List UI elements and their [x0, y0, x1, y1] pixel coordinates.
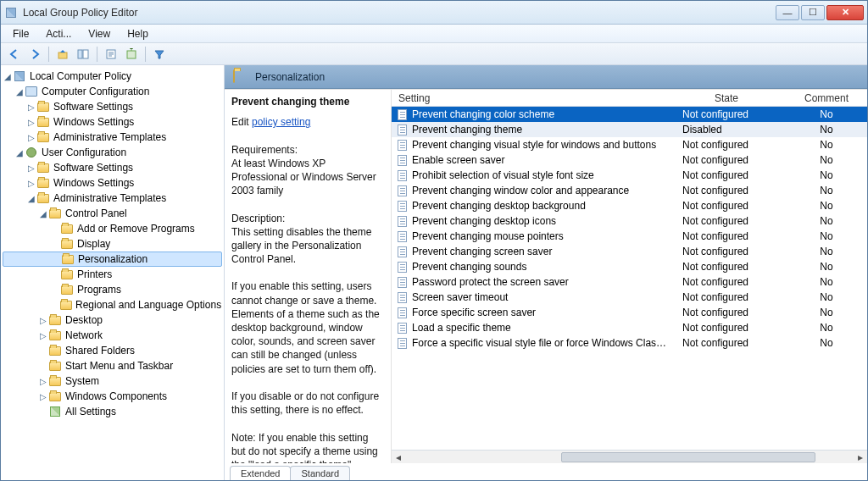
setting-row[interactable]: Prevent changing soundsNot configuredNo — [392, 259, 867, 274]
menu-action[interactable]: Acti... — [37, 26, 80, 41]
policy-item-icon — [395, 124, 409, 135]
setting-row[interactable]: Prevent changing mouse pointersNot confi… — [392, 229, 867, 244]
folder-icon — [48, 207, 62, 219]
setting-comment: No — [786, 200, 867, 212]
tree-label: Programs — [77, 284, 121, 296]
setting-row[interactable]: Force a specific visual style file or fo… — [392, 335, 867, 351]
tree-user-config[interactable]: ◢ User Configuration — [3, 145, 222, 160]
setting-state: Not configured — [667, 139, 786, 151]
tree-pane[interactable]: ◢ Local Computer Policy ◢ Computer Confi… — [1, 65, 225, 480]
column-state[interactable]: State — [667, 92, 786, 104]
setting-row[interactable]: Prohibit selection of visual style font … — [392, 168, 867, 183]
setting-row[interactable]: Force specific screen saverNot configure… — [392, 305, 867, 320]
edit-policy-link[interactable]: policy setting — [252, 116, 310, 128]
tree-personalization[interactable]: Personalization — [3, 252, 222, 267]
tree-all-settings[interactable]: All Settings — [3, 404, 222, 419]
caret-icon[interactable]: ▷ — [38, 392, 48, 401]
minimize-button[interactable]: — — [776, 5, 799, 20]
caret-icon[interactable]: ◢ — [14, 148, 25, 158]
setting-row[interactable]: Prevent changing color schemeNot configu… — [392, 107, 867, 122]
tree-item[interactable]: ▷Software Settings — [3, 99, 222, 114]
tree-admin-templates[interactable]: ◢Administrative Templates — [3, 191, 222, 206]
horizontal-scrollbar[interactable]: ◂ ▸ — [392, 450, 867, 463]
export-button[interactable] — [123, 46, 140, 63]
caret-icon[interactable]: ◢ — [3, 72, 13, 81]
caret-icon[interactable]: ▷ — [38, 377, 48, 386]
show-tree-button[interactable] — [75, 46, 92, 63]
setting-comment: No — [786, 261, 867, 273]
setting-row[interactable]: Enable screen saverNot configuredNo — [392, 152, 867, 168]
setting-row[interactable]: Password protect the screen saverNot con… — [392, 274, 867, 290]
body: ◢ Local Computer Policy ◢ Computer Confi… — [1, 65, 867, 480]
tree-item[interactable]: ▷Windows Settings — [3, 175, 222, 191]
tree-item[interactable]: Printers — [3, 267, 222, 282]
setting-state: Not configured — [667, 261, 786, 273]
caret-icon[interactable]: ▷ — [38, 316, 48, 325]
content-area: Prevent changing theme Edit policy setti… — [225, 89, 867, 463]
caret-icon[interactable]: ▷ — [26, 133, 36, 142]
menubar: File Acti... View Help — [1, 25, 867, 43]
column-setting[interactable]: Setting — [395, 92, 667, 104]
tree-item[interactable]: Display — [3, 236, 222, 252]
column-comment[interactable]: Comment — [786, 92, 867, 104]
menu-file[interactable]: File — [4, 26, 37, 41]
setting-comment: No — [786, 322, 867, 334]
up-button[interactable] — [54, 46, 71, 63]
folder-icon — [60, 284, 74, 296]
setting-row[interactable]: Prevent changing desktop backgroundNot c… — [392, 198, 867, 213]
tree-label: Control Panel — [65, 207, 127, 219]
close-button[interactable]: ✕ — [826, 5, 864, 20]
caret-icon[interactable]: ▷ — [26, 102, 36, 112]
caret-icon[interactable]: ◢ — [26, 194, 36, 203]
caret-icon[interactable]: ▷ — [26, 179, 36, 188]
scroll-thumb[interactable] — [561, 452, 815, 462]
setting-row[interactable]: Prevent changing screen saverNot configu… — [392, 244, 867, 259]
forward-button[interactable] — [26, 46, 43, 63]
tree-item[interactable]: Start Menu and Taskbar — [3, 358, 222, 373]
setting-row[interactable]: Prevent changing themeDisabledNo — [392, 122, 867, 137]
tree-item[interactable]: ▷Windows Components — [3, 389, 222, 404]
tree-control-panel[interactable]: ◢Control Panel — [3, 206, 222, 221]
back-button[interactable] — [6, 46, 23, 63]
setting-row[interactable]: Load a specific themeNot configuredNo — [392, 320, 867, 335]
menu-help[interactable]: Help — [119, 26, 157, 41]
setting-state: Not configured — [667, 154, 786, 166]
setting-row[interactable]: Prevent changing window color and appear… — [392, 183, 867, 198]
tree-item[interactable]: Regional and Language Options — [3, 297, 222, 312]
tab-standard[interactable]: Standard — [290, 466, 350, 480]
setting-row[interactable]: Prevent changing desktop iconsNot config… — [392, 213, 867, 229]
tree-item[interactable]: ▷Network — [3, 328, 222, 343]
filter-button[interactable] — [151, 46, 168, 63]
svg-rect-2 — [83, 50, 88, 58]
caret-icon[interactable]: ◢ — [14, 87, 25, 97]
caret-icon[interactable]: ▷ — [38, 331, 48, 340]
setting-state: Not configured — [667, 169, 786, 181]
tree-item[interactable]: ▷Administrative Templates — [3, 130, 222, 145]
tree-item[interactable]: ▷Software Settings — [3, 160, 222, 175]
caret-icon[interactable]: ▷ — [26, 118, 36, 127]
setting-row[interactable]: Screen saver timeoutNot configuredNo — [392, 290, 867, 305]
tab-extended[interactable]: Extended — [230, 466, 291, 480]
setting-state: Not configured — [667, 215, 786, 227]
tree-item[interactable]: Programs — [3, 282, 222, 297]
caret-icon[interactable]: ◢ — [38, 209, 48, 218]
setting-row[interactable]: Prevent changing visual style for window… — [392, 137, 867, 152]
computer-icon — [25, 86, 38, 97]
tree-item[interactable]: ▷Desktop — [3, 312, 222, 328]
tree-item[interactable]: Add or Remove Programs — [3, 221, 222, 236]
tree-item[interactable]: Shared Folders — [3, 343, 222, 358]
scroll-right-icon[interactable]: ▸ — [854, 451, 867, 464]
description-text: If you disable or do not configure this … — [231, 390, 384, 417]
properties-button[interactable] — [103, 46, 120, 63]
tree-computer-config[interactable]: ◢ Computer Configuration — [3, 84, 222, 99]
caret-icon[interactable]: ▷ — [26, 163, 36, 173]
setting-name: Prevent changing sounds — [412, 261, 667, 273]
scroll-left-icon[interactable]: ◂ — [392, 451, 405, 464]
tree-item[interactable]: ▷Windows Settings — [3, 114, 222, 130]
tree-root[interactable]: ◢ Local Computer Policy — [3, 69, 222, 84]
maximize-button[interactable]: ☐ — [801, 5, 825, 20]
setting-name: Enable screen saver — [412, 154, 667, 166]
menu-view[interactable]: View — [80, 26, 119, 41]
tree-item[interactable]: ▷System — [3, 373, 222, 389]
column-headers: Setting State Comment — [392, 90, 867, 107]
